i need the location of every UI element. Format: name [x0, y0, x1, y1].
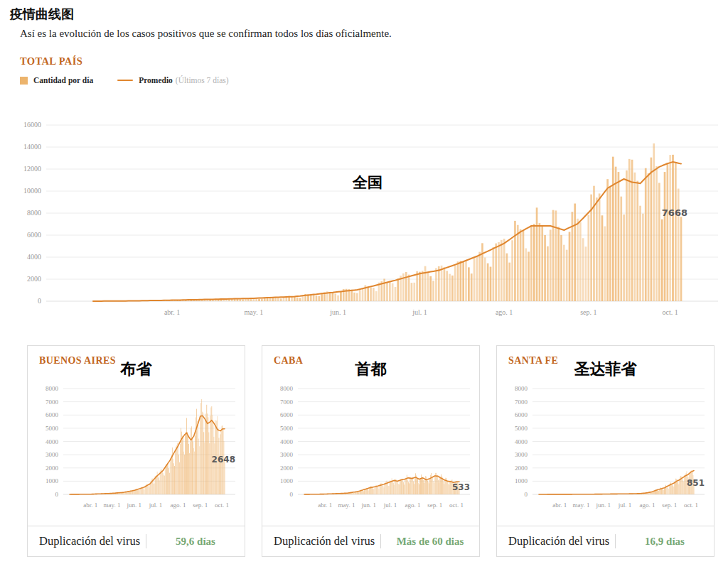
buenos-aires-chart-svg: 010002000300040005000600070008000abr. 1m… — [28, 374, 246, 538]
svg-text:oct. 1: oct. 1 — [663, 308, 678, 316]
svg-text:1000: 1000 — [280, 477, 294, 484]
svg-text:7000: 7000 — [46, 398, 59, 406]
last-value-label: 851 — [687, 478, 705, 488]
duplication-label: Duplicación del virus — [39, 534, 146, 548]
daily-bars — [584, 470, 694, 494]
svg-text:3000: 3000 — [46, 451, 59, 458]
svg-text:8000: 8000 — [515, 385, 528, 392]
svg-text:5000: 5000 — [515, 425, 528, 432]
y-axis-labels: 010002000300040005000600070008000 — [515, 385, 528, 498]
svg-text:5000: 5000 — [280, 425, 294, 432]
svg-text:sep. 1: sep. 1 — [193, 501, 208, 509]
santa-fe-chart-svg: 010002000300040005000600070008000abr. 1m… — [497, 374, 715, 538]
svg-text:abr. 1: abr. 1 — [552, 501, 567, 509]
region-cards: BUENOS AIRES 布省 010002000300040005000600… — [0, 345, 728, 557]
svg-text:8000: 8000 — [27, 209, 41, 217]
page-subtitle: Así es la evolución de los casos positiv… — [20, 28, 392, 40]
svg-text:jul. 1: jul. 1 — [618, 501, 632, 509]
duplication-value: Más de 60 dias — [381, 536, 479, 548]
svg-text:abr. 1: abr. 1 — [83, 501, 97, 509]
svg-text:sep. 1: sep. 1 — [427, 501, 442, 509]
svg-text:may. 1: may. 1 — [104, 501, 121, 509]
svg-text:4000: 4000 — [515, 438, 528, 445]
svg-text:7000: 7000 — [515, 398, 528, 406]
gridlines — [532, 389, 705, 494]
y-axis-labels: 010002000300040005000600070008000 — [46, 385, 59, 498]
svg-text:16000: 16000 — [23, 121, 41, 129]
region-card-caba: CABA 首都 01000200030004000500060007000800… — [262, 345, 480, 557]
svg-text:jun. 1: jun. 1 — [361, 501, 377, 509]
average-line — [539, 471, 694, 495]
legend-line-sublabel: (Últimos 7 días) — [176, 76, 229, 85]
svg-text:jun. 1: jun. 1 — [596, 501, 611, 509]
svg-text:may. 1: may. 1 — [338, 501, 355, 509]
duplication-row: Duplicación del virus 16,9 días — [497, 526, 714, 556]
svg-text:6000: 6000 — [515, 411, 528, 418]
svg-text:jul. 1: jul. 1 — [383, 501, 397, 509]
x-axis-labels: abr. 1may. 1jun. 1jul. 1ago. 1sep. 1oct.… — [164, 308, 678, 316]
svg-text:7000: 7000 — [280, 398, 294, 406]
svg-text:abr. 1: abr. 1 — [318, 501, 332, 509]
svg-text:3000: 3000 — [280, 451, 294, 458]
legend-bar-label: Cantidad por día — [33, 76, 93, 85]
svg-text:ago. 1: ago. 1 — [496, 308, 513, 316]
annotation-national: 全国 — [353, 173, 382, 192]
svg-text:jul. 1: jul. 1 — [149, 501, 163, 509]
svg-text:12000: 12000 — [23, 165, 41, 173]
region-card-buenos-aires: BUENOS AIRES 布省 010002000300040005000600… — [27, 345, 245, 557]
svg-text:sep. 1: sep. 1 — [580, 308, 596, 316]
x-axis-labels: abr. 1may. 1jun. 1jul. 1ago. 1sep. 1oct.… — [318, 501, 464, 509]
svg-text:10000: 10000 — [23, 187, 41, 195]
last-value-label: 533 — [452, 482, 470, 492]
average-line — [93, 162, 681, 301]
svg-text:1000: 1000 — [46, 477, 59, 484]
svg-text:abr. 1: abr. 1 — [164, 308, 180, 316]
svg-text:6000: 6000 — [280, 411, 294, 418]
svg-text:ago. 1: ago. 1 — [405, 501, 420, 509]
last-value-label: 7668 — [662, 207, 687, 218]
svg-text:2000: 2000 — [515, 465, 528, 472]
svg-text:3000: 3000 — [515, 451, 528, 458]
legend-line-label: Promedio — [139, 76, 173, 85]
duplication-label: Duplicación del virus — [508, 534, 615, 548]
region-card-santa-fe: SANTA FE 圣达菲省 01000200030004000500060007… — [496, 345, 714, 557]
svg-text:8000: 8000 — [280, 385, 294, 392]
last-value-label: 2648 — [212, 455, 235, 465]
svg-text:4000: 4000 — [27, 253, 41, 261]
svg-text:ago. 1: ago. 1 — [170, 501, 186, 509]
y-axis-labels: 0200040006000800010000120001400016000 — [23, 121, 41, 305]
gridlines — [298, 389, 470, 494]
duplication-value: 59,6 días — [146, 536, 245, 548]
svg-text:0: 0 — [38, 297, 41, 305]
section-title-total-pais: TOTAL PAÍS — [20, 55, 82, 67]
duplication-row: Duplicación del virus Más de 60 dias — [262, 526, 479, 556]
svg-text:4000: 4000 — [280, 438, 294, 445]
svg-text:ago. 1: ago. 1 — [639, 501, 655, 509]
svg-text:4000: 4000 — [46, 438, 59, 445]
x-axis-labels: abr. 1may. 1jun. 1jul. 1ago. 1sep. 1oct.… — [552, 501, 698, 509]
duplication-value: 16,9 días — [616, 536, 714, 548]
svg-text:5000: 5000 — [46, 425, 59, 432]
svg-text:may. 1: may. 1 — [573, 501, 590, 509]
svg-text:oct. 1: oct. 1 — [449, 501, 464, 509]
svg-text:sep. 1: sep. 1 — [662, 501, 677, 509]
duplication-label: Duplicación del virus — [274, 534, 380, 548]
svg-text:oct. 1: oct. 1 — [215, 501, 229, 509]
gridlines — [46, 125, 718, 301]
page-title: 疫情曲线图 — [10, 6, 74, 23]
svg-text:jul. 1: jul. 1 — [412, 308, 427, 316]
y-axis-labels: 010002000300040005000600070008000 — [280, 385, 294, 498]
line-swatch-icon — [117, 80, 133, 81]
chart-legend: Cantidad por día Promedio (Últimos 7 día… — [20, 76, 229, 85]
duplication-row: Duplicación del virus 59,6 días — [28, 526, 245, 556]
svg-text:6000: 6000 — [46, 411, 59, 418]
svg-text:6000: 6000 — [27, 231, 41, 239]
svg-text:2000: 2000 — [46, 465, 59, 472]
svg-text:0: 0 — [525, 491, 528, 498]
svg-text:2000: 2000 — [280, 465, 294, 472]
svg-text:2000: 2000 — [27, 275, 41, 283]
svg-text:8000: 8000 — [46, 385, 59, 392]
svg-text:0: 0 — [290, 491, 294, 498]
svg-text:1000: 1000 — [515, 477, 528, 484]
national-epidemic-chart: 0200040006000800010000120001400016000abr… — [0, 114, 728, 323]
